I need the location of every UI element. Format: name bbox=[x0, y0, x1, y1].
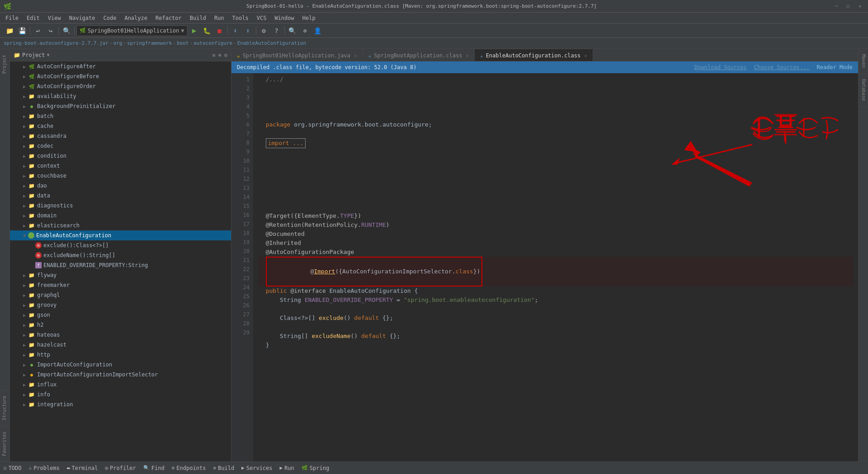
tree-item-gson[interactable]: ▶ 📁 gson bbox=[10, 310, 231, 320]
problems-tool[interactable]: ⚠ Problems bbox=[29, 465, 60, 471]
close-button[interactable]: ✕ bbox=[855, 2, 864, 11]
toolbar-search-btn[interactable]: 🔍 bbox=[61, 25, 72, 37]
scroll-from-source-icon[interactable]: ⊕ bbox=[218, 52, 222, 58]
tree-item-domain[interactable]: ▶ 📁 domain bbox=[10, 211, 231, 221]
tree-item-integration[interactable]: ▶ 📁 integration bbox=[10, 399, 231, 409]
tree-item-info[interactable]: ▶ 📁 info bbox=[10, 390, 231, 399]
breadcrumb-boot[interactable]: boot bbox=[177, 40, 189, 46]
import-collapsed[interactable]: import ... bbox=[266, 138, 306, 148]
menu-item-view[interactable]: View bbox=[44, 14, 65, 22]
debug-button[interactable]: 🐛 bbox=[201, 25, 213, 37]
structure-tab-vert[interactable]: Structure bbox=[0, 390, 9, 426]
collapse-all-icon[interactable]: ≡ bbox=[212, 52, 215, 58]
services-tool[interactable]: ▶ Services bbox=[241, 465, 272, 471]
run-tool[interactable]: ▶ Run bbox=[280, 465, 294, 471]
breadcrumb-springframework[interactable]: springframework bbox=[127, 40, 172, 46]
project-dropdown-arrow[interactable]: ▼ bbox=[47, 52, 50, 57]
tree-item-data[interactable]: ▶ 📁 data bbox=[10, 191, 231, 201]
endpoints-tool[interactable]: ⊙ Endpoints bbox=[172, 465, 206, 471]
maven-tab-vert[interactable]: Maven bbox=[859, 49, 868, 74]
menu-item-analyze[interactable]: Analyze bbox=[121, 14, 151, 22]
tree-item-batch[interactable]: ▶ 📁 batch bbox=[10, 111, 231, 121]
project-settings-icon[interactable]: ⚙ bbox=[224, 52, 227, 58]
menu-item-build[interactable]: Build bbox=[186, 14, 210, 22]
tree-item-dao[interactable]: ▶ 📁 dao bbox=[10, 181, 231, 191]
tree-item-autoconfigureafter[interactable]: ▶ 🌿 AutoConfigureAfter bbox=[10, 61, 231, 71]
favorites-tab-vert[interactable]: Favorites bbox=[0, 426, 9, 461]
maximize-button[interactable]: □ bbox=[844, 2, 853, 11]
spring-tool[interactable]: 🌿 Spring bbox=[302, 465, 329, 471]
tree-item-condition[interactable]: ▶ 📁 condition bbox=[10, 151, 231, 161]
todo-tool[interactable]: ☑ TODO bbox=[4, 465, 22, 471]
menu-item-edit[interactable]: Edit bbox=[23, 14, 43, 22]
reader-mode-btn[interactable]: Reader Mode bbox=[817, 64, 853, 70]
tree-item-http[interactable]: ▶ 📁 http bbox=[10, 350, 231, 360]
tree-item-graphql[interactable]: ▶ 📁 graphql bbox=[10, 290, 231, 300]
git-push-btn[interactable]: ⬆ bbox=[242, 25, 254, 37]
menu-item-vcs[interactable]: VCS bbox=[253, 14, 270, 22]
breadcrumb-jar[interactable]: spring-boot-autoconfigure-2.7.7.jar bbox=[4, 40, 108, 46]
menu-item-run[interactable]: Run bbox=[211, 14, 228, 22]
tree-item-codec[interactable]: ▶ 📁 codec bbox=[10, 141, 231, 151]
toolbar-undo-btn[interactable]: ↩ bbox=[32, 25, 44, 37]
run-config-dropdown[interactable]: 🌿 SpringBoot01HelloApplication ▼ bbox=[76, 25, 188, 36]
tree-item-elasticsearch[interactable]: ▶ 📁 elasticsearch bbox=[10, 221, 231, 230]
toolbar-redo-btn[interactable]: ↪ bbox=[45, 25, 57, 37]
tab-close-active-btn[interactable]: ✕ bbox=[584, 53, 587, 59]
toolbar-open-btn[interactable]: 📁 bbox=[4, 25, 15, 37]
tree-item-enableautoconfiguration[interactable]: ▼ EnableAutoConfiguration bbox=[10, 230, 231, 240]
tree-item-excludename[interactable]: m excludeName():String[] bbox=[10, 250, 231, 260]
menu-item-tools[interactable]: Tools bbox=[229, 14, 252, 22]
breadcrumb-org[interactable]: org bbox=[113, 40, 122, 46]
tree-item-freemarker[interactable]: ▶ 📁 freemarker bbox=[10, 280, 231, 290]
find-tool[interactable]: 🔍 Find bbox=[143, 465, 165, 471]
download-sources-btn[interactable]: Download Sources bbox=[694, 64, 747, 70]
database-tab-vert[interactable]: Database bbox=[859, 74, 868, 107]
breadcrumb-autoconfigure[interactable]: autoconfigure bbox=[193, 40, 232, 46]
profiler-tool[interactable]: ◎ Profiler bbox=[105, 465, 136, 471]
tree-item-groovy[interactable]: ▶ 📁 groovy bbox=[10, 300, 231, 310]
tree-item-context[interactable]: ▶ 📁 context bbox=[10, 161, 231, 171]
tree-item-importautoconfig[interactable]: ▶ ● ImportAutoConfiguration bbox=[10, 360, 231, 370]
menu-item-navigate[interactable]: Navigate bbox=[66, 14, 99, 22]
tree-item-importautoconfigselector[interactable]: ▶ ● ImportAutoConfigurationImportSelecto… bbox=[10, 370, 231, 380]
tab-close-btn[interactable]: ✕ bbox=[466, 53, 469, 59]
tree-item-flyway[interactable]: ▶ 📁 flyway bbox=[10, 270, 231, 280]
tree-item-enabled-override[interactable]: f ENABLED_OVERRIDE_PROPERTY:String bbox=[10, 260, 231, 270]
tree-item-autoconfigureorder[interactable]: ▶ 🌿 AutoConfigureOrder bbox=[10, 81, 231, 91]
settings-btn[interactable]: ⚙ bbox=[258, 25, 270, 37]
menu-item-file[interactable]: File bbox=[2, 14, 22, 22]
toolbar-save-btn[interactable]: 💾 bbox=[16, 25, 28, 37]
settings-gear-btn[interactable]: ⚙ bbox=[299, 25, 311, 37]
tab-close-btn[interactable]: ✕ bbox=[354, 53, 357, 59]
tree-item-cache[interactable]: ▶ 📁 cache bbox=[10, 121, 231, 131]
tree-item-diagnostics[interactable]: ▶ 📁 diagnostics bbox=[10, 201, 231, 211]
run-button[interactable]: ▶ bbox=[189, 25, 200, 37]
tab-springbootapp-java[interactable]: ☕ SpringBoot01HelloApplication.java ✕ bbox=[231, 49, 363, 61]
project-tab-vert[interactable]: Project bbox=[0, 49, 9, 79]
tree-item-couchbase[interactable]: ▶ 📁 couchbase bbox=[10, 171, 231, 181]
code-content[interactable]: /.../ package org.springframework.boot.a… bbox=[253, 73, 858, 461]
minimize-button[interactable]: ─ bbox=[832, 2, 841, 11]
tab-enableautoconfig-class[interactable]: ☕ EnableAutoConfiguration.class ✕ bbox=[475, 49, 593, 61]
tree-item-cassandra[interactable]: ▶ 📁 cassandra bbox=[10, 131, 231, 141]
terminal-tool[interactable]: ▬ Terminal bbox=[67, 465, 98, 471]
menu-item-help[interactable]: Help bbox=[299, 14, 319, 22]
menu-item-code[interactable]: Code bbox=[100, 14, 120, 22]
tree-item-autoconfigurebefore[interactable]: ▶ 🌿 AutoConfigureBefore bbox=[10, 71, 231, 81]
menu-item-refactor[interactable]: Refactor bbox=[152, 14, 185, 22]
tree-item-influx[interactable]: ▶ 📁 influx bbox=[10, 380, 231, 390]
menu-item-window[interactable]: Window bbox=[271, 14, 297, 22]
git-update-btn[interactable]: ⬇ bbox=[230, 25, 241, 37]
tree-item-hateoas[interactable]: ▶ 📁 hateoas bbox=[10, 330, 231, 340]
tab-springbootapp-class[interactable]: ☕ SpringBootApplication.class ✕ bbox=[363, 49, 475, 61]
build-tool[interactable]: ⚒ Build bbox=[213, 465, 234, 471]
tree-item-background[interactable]: ▶ ● BackgroundPreinitializer bbox=[10, 101, 231, 111]
user-btn[interactable]: 👤 bbox=[312, 25, 324, 37]
help-btn[interactable]: ? bbox=[271, 25, 283, 37]
choose-sources-btn[interactable]: Choose Sources... bbox=[754, 64, 810, 70]
tree-item-hazelcast[interactable]: ▶ 📁 hazelcast bbox=[10, 340, 231, 350]
stop-button[interactable]: ■ bbox=[214, 25, 226, 37]
search-everywhere-btn[interactable]: 🔍 bbox=[287, 25, 298, 37]
breadcrumb-class[interactable]: EnableAutoConfiguration bbox=[237, 40, 306, 46]
